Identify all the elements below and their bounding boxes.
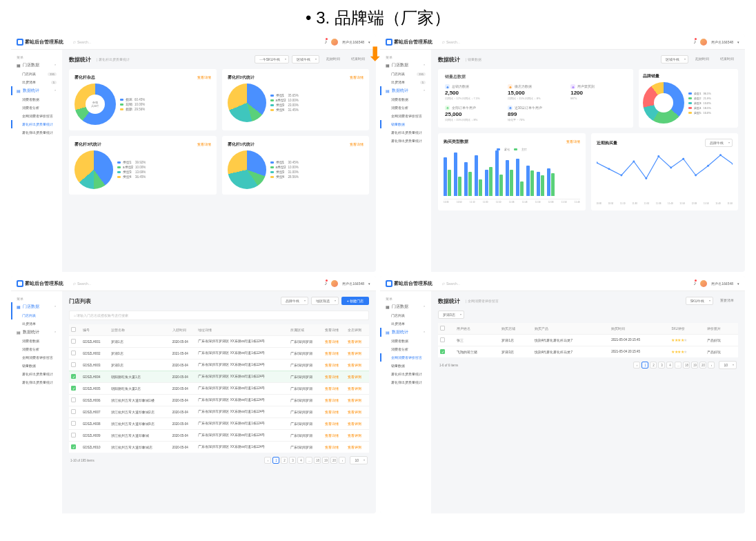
card-more-link[interactable]: 查看详情	[197, 143, 211, 146]
sidebar-outbound[interactable]: 出货清单5	[11, 78, 62, 86]
view-detail-link[interactable]: 查看详情	[325, 422, 339, 426]
pager-page[interactable]: 4	[297, 457, 304, 464]
avatar[interactable]	[700, 39, 707, 46]
view-detail-link[interactable]: 查看详情	[325, 399, 339, 402]
sidebar-atomizer-bomb-quality[interactable]: 雾化弹出货质量统计	[380, 378, 431, 386]
view-detail-link[interactable]: 查看详情	[325, 375, 339, 379]
sidebar-outbound[interactable]: 出货清单	[380, 319, 431, 328]
table-row[interactable]: GDSZLH001罗湖1店2020-05-04 广东省深圳市罗湖区 XX东路xx…	[69, 336, 369, 348]
sidebar-atomizer-bomb-quality[interactable]: 雾化弹出货质量统计	[380, 137, 431, 145]
sidebar-outbound[interactable]: 出货清单5	[380, 78, 431, 86]
sidebar-sales-data[interactable]: 销量数据	[380, 120, 431, 128]
row-checkbox[interactable]	[71, 374, 76, 379]
sidebar-store-data[interactable]: ▦ 门店数据⌃	[380, 61, 431, 70]
table-row[interactable]: GDSZLH005朝阳路旺角大厦2店2020-05-04 广东省深圳市罗湖区 X…	[69, 383, 369, 395]
sidebar-feedback[interactable]: 全网消费者评价留言	[380, 112, 431, 120]
pager-page[interactable]: 2	[650, 362, 657, 368]
sidebar-outbound[interactable]: 出货清单	[11, 319, 62, 328]
table-row[interactable]: GDSZLH010浙江杭州五常大道印象城店2020-05-04 广东省深圳市罗湖…	[69, 442, 369, 453]
bell-icon[interactable]: ♪	[324, 280, 327, 286]
sidebar-atomizer-quality[interactable]: 雾化杆出货质量统计	[11, 120, 62, 128]
view-detail-link[interactable]: 查看详情	[325, 411, 339, 414]
table-row[interactable]: GDSZLH009浙江杭州五常大道印象城2020-05-04 广东省深圳市罗湖区…	[69, 430, 369, 442]
row-checkbox[interactable]	[440, 337, 445, 342]
pager-page[interactable]: 18	[683, 362, 690, 368]
sidebar-atomizer-quality[interactable]: 雾化杆出货质量统计	[380, 128, 431, 137]
pager-page[interactable]: 18	[314, 457, 321, 464]
sidebar-store-list[interactable]: 门店列表195	[11, 70, 62, 78]
sidebar-data-stats[interactable]: ▤ 数据统计⌃	[11, 86, 62, 95]
view-detail-link[interactable]: 查看详情	[325, 352, 339, 355]
sidebar-sales-data[interactable]: 销量数据	[380, 362, 431, 370]
sidebar-store-data[interactable]: ▦ 门店数据⌃	[380, 302, 431, 311]
row-checkbox[interactable]	[71, 386, 76, 391]
view-detail-link[interactable]: 查看详情	[325, 340, 339, 344]
sidebar-feedback[interactable]: 全网消费者评价留言	[11, 112, 62, 120]
filter-area[interactable]: 区域牛线	[661, 55, 688, 63]
sidebar-atomizer-bomb-quality[interactable]: 雾化弹出货质量统计	[11, 128, 62, 137]
chevron-down-icon[interactable]: ▾	[737, 282, 739, 286]
filter-region[interactable]: 地区筛选	[311, 297, 339, 305]
pager-page[interactable]: 4	[666, 362, 673, 368]
pager-page[interactable]: 20	[330, 457, 337, 464]
sidebar-feedback[interactable]: 全网消费者评价留言	[380, 353, 431, 362]
pager-prev[interactable]: ‹	[633, 362, 640, 368]
view-review-link[interactable]: 查看评测	[348, 387, 361, 391]
sidebar-data-stats[interactable]: ▤ 数据统计⌃	[380, 328, 431, 337]
bar-more-link[interactable]: 查看详情	[566, 140, 580, 144]
pager-page[interactable]: …	[675, 362, 682, 368]
view-review-link[interactable]: 查看评测	[348, 446, 361, 449]
btn-start-time[interactable]: 起始时间	[322, 55, 344, 63]
avatar[interactable]	[700, 280, 707, 287]
btn-end-time[interactable]: 结束时间	[716, 55, 738, 63]
row-checkbox[interactable]	[71, 409, 76, 414]
sidebar-consumer-data[interactable]: 消费者数据	[11, 337, 62, 345]
sidebar-data-stats[interactable]: ▤ 数据统计⌃	[11, 328, 62, 337]
sidebar-sales-data[interactable]: 销量数据	[11, 362, 62, 370]
sidebar-store-list[interactable]: 门店列表	[11, 311, 62, 319]
search-input[interactable]: Search...	[73, 281, 91, 286]
row-checkbox[interactable]	[71, 339, 76, 344]
sidebar-consumer-data[interactable]: 消费者数据	[11, 95, 62, 104]
view-review-link[interactable]: 查看评测	[348, 375, 361, 379]
card-more-link[interactable]: 查看详情	[197, 76, 211, 79]
table-row[interactable]: GDSZLH007浙江杭州五常大道印象城2店2020-05-04 广东省深圳市罗…	[69, 406, 369, 418]
sub-filter-shop[interactable]: 罗湖3店	[438, 311, 464, 319]
pager-page[interactable]: 3	[289, 457, 296, 464]
pager-page[interactable]: 1	[641, 362, 648, 368]
search-input[interactable]: Search...	[73, 39, 91, 44]
pager-page[interactable]: 19	[322, 457, 329, 464]
btn-end-time[interactable]: 结束时间	[347, 55, 369, 63]
table-row[interactable]: 飞翔的荷兰猪罗湖3店悦刻4代雾化雾化杆马龙7 2021-05-04 20:15:…	[438, 346, 738, 358]
pager-next[interactable]: ›	[339, 457, 346, 464]
view-review-link[interactable]: 查看评测	[348, 399, 361, 402]
row-checkbox[interactable]	[71, 362, 76, 367]
sidebar-consumer-data[interactable]: 消费者数据	[380, 95, 431, 104]
table-row[interactable]: GDSZLH003罗湖3店2020-05-04 广东省深圳市罗湖区 XX东路xx…	[69, 360, 369, 371]
sidebar-atomizer-quality[interactable]: 雾化杆出货质量统计	[11, 370, 62, 378]
btn-priority-list[interactable]: 重要清单	[716, 297, 738, 305]
pager-page[interactable]: 19	[691, 362, 698, 368]
table-row[interactable]: GDSZLH004朝阳路旺角大厦1店2020-05-04 广东省深圳市罗湖区 X…	[69, 371, 369, 383]
pager-page[interactable]: 3	[658, 362, 665, 368]
row-checkbox[interactable]	[71, 444, 76, 449]
sidebar-data-stats[interactable]: ▤ 数据统计⌃	[380, 86, 431, 95]
chevron-down-icon[interactable]: ▾	[368, 282, 370, 286]
avatar[interactable]	[331, 39, 338, 46]
pager-page[interactable]: 20	[699, 362, 706, 368]
pager-page[interactable]: 1	[272, 457, 279, 464]
bell-icon[interactable]: ♪	[693, 280, 696, 286]
bell-icon[interactable]: ♪	[324, 39, 327, 45]
page-size[interactable]: 10	[350, 456, 368, 464]
pager-page[interactable]: 2	[281, 457, 288, 464]
view-review-link[interactable]: 查看评测	[348, 340, 361, 344]
row-checkbox[interactable]	[71, 397, 76, 402]
pager-page[interactable]: …	[306, 457, 312, 464]
btn-start-time[interactable]: 起始时间	[691, 55, 713, 63]
view-detail-link[interactable]: 查看详情	[325, 446, 339, 449]
view-review-link[interactable]: 查看评测	[348, 411, 361, 414]
search-input[interactable]: Search...	[442, 281, 460, 286]
table-row[interactable]: GDSZLH008浙江杭州五常大道印象城9店2020-05-04 广东省深圳市罗…	[69, 418, 369, 430]
sidebar-consumer-analysis[interactable]: 消费者分析	[380, 345, 431, 353]
bell-icon[interactable]: ♪	[693, 39, 696, 45]
